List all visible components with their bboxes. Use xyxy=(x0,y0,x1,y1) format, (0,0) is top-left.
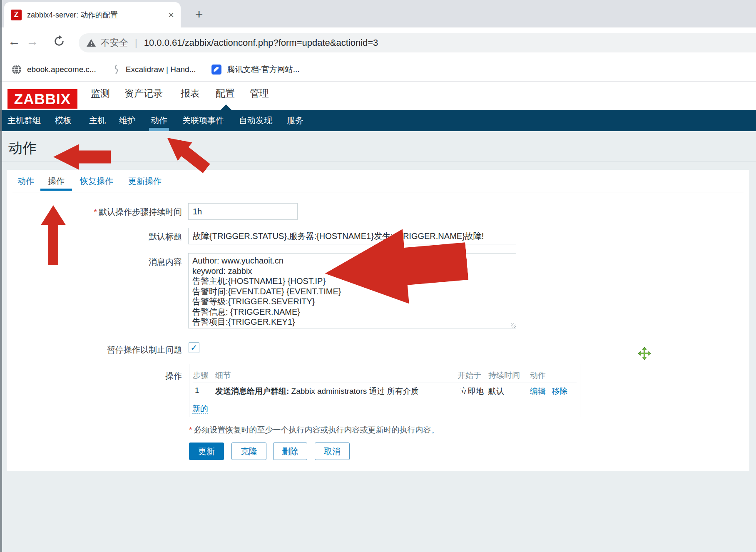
table-divider xyxy=(193,383,577,383)
subnav-event-correlation[interactable]: 关联项事件 xyxy=(182,110,224,131)
bookmarks-bar: ebook.apecome.c... Excalidraw | Hand... … xyxy=(0,58,756,82)
browser-toolbar: ← → 不安全 | 10.0.0.61/zabbix/actionconf.ph… xyxy=(0,27,756,58)
table-divider xyxy=(193,401,577,401)
address-bar[interactable]: 不安全 | 10.0.0.61/zabbix/actionconf.php?fo… xyxy=(79,33,756,52)
operations-table: 步骤 细节 开始于 持续时间 动作 1 发送消息给用户群组: Zabbix ad… xyxy=(189,364,580,417)
zabbix-favicon-icon: Z xyxy=(11,10,22,20)
subnav-templates[interactable]: 模板 xyxy=(55,110,72,131)
globe-icon xyxy=(11,64,22,75)
duration-input[interactable] xyxy=(188,203,298,220)
reload-icon xyxy=(53,35,65,47)
subnav-actions-active-underline xyxy=(149,128,169,131)
tencent-docs-icon xyxy=(211,64,222,75)
remove-link[interactable]: 移除 xyxy=(552,387,567,396)
address-separator: | xyxy=(135,37,137,48)
forward-button[interactable]: → xyxy=(24,32,41,51)
subnav-host-groups[interactable]: 主机群组 xyxy=(7,110,41,131)
col-start-in: 开始于 xyxy=(458,370,481,381)
delete-button[interactable]: 删除 xyxy=(273,443,307,460)
bookmark-excalidraw[interactable]: Excalidraw | Hand... xyxy=(112,64,196,75)
subnav-discovery[interactable]: 自动发现 xyxy=(239,110,272,131)
col-action: 动作 xyxy=(530,370,546,381)
pause-label: 暂停操作以制止问题 xyxy=(36,344,182,356)
subnav-services[interactable]: 服务 xyxy=(287,110,303,131)
new-tab-button[interactable]: + xyxy=(191,6,207,22)
back-button[interactable]: ← xyxy=(6,32,22,51)
col-step: 步骤 xyxy=(193,370,209,381)
required-footnote: *必须设置恢复时的至少一个执行内容或执行内容或更新时的执行内容。 xyxy=(189,425,439,435)
scribble-icon xyxy=(112,64,121,75)
tab-close-icon[interactable]: × xyxy=(168,10,174,20)
action-form-panel: 动作 操作 恢复操作 更新操作 *默认操作步骤持续时间 默认标题 消息内容 Au… xyxy=(7,170,749,471)
required-footnote-text: 必须设置恢复时的至少一个执行内容或执行内容或更新时的执行内容。 xyxy=(194,425,439,434)
new-operation-link[interactable]: 新的 xyxy=(192,403,208,414)
main-nav-administration[interactable]: 管理 xyxy=(250,88,269,99)
zabbix-logo[interactable]: ZABBIX xyxy=(7,89,77,109)
cancel-button[interactable]: 取消 xyxy=(315,443,350,460)
main-nav-reports[interactable]: 报表 xyxy=(181,88,200,99)
required-mark: * xyxy=(94,207,97,216)
window-left-edge xyxy=(0,0,2,552)
url-text: 10.0.0.61/zabbix/actionconf.php?form=upd… xyxy=(144,37,378,48)
pause-checkbox[interactable]: ✓ xyxy=(189,342,199,353)
row-actions: 编辑 移除 xyxy=(530,386,567,397)
not-secure-warning-icon xyxy=(86,38,96,47)
page-title-bar: 动作 xyxy=(0,131,756,162)
tab-action[interactable]: 动作 xyxy=(17,176,34,187)
row-step: 1 xyxy=(195,386,199,395)
operations-label: 操作 xyxy=(36,370,182,382)
subnav-hosts[interactable]: 主机 xyxy=(89,110,106,131)
zabbix-subnav: 主机群组 模板 主机 维护 动作 关联项事件 自动发现 服务 xyxy=(0,110,756,131)
row-details-rest: Zabbix administrators 通过 所有介质 xyxy=(289,387,418,395)
bookmark-tencent-docs[interactable]: 腾讯文档-官方网站... xyxy=(211,64,299,75)
bookmark-label: ebook.apecome.c... xyxy=(27,65,96,74)
clone-button[interactable]: 克隆 xyxy=(231,443,266,460)
page-title: 动作 xyxy=(8,139,37,158)
move-cursor-icon xyxy=(638,347,651,360)
required-mark: * xyxy=(189,425,192,434)
textarea-resize-grip[interactable] xyxy=(511,323,516,328)
tab-update-operations[interactable]: 更新操作 xyxy=(128,176,162,187)
main-nav-configuration[interactable]: 配置 xyxy=(216,88,235,99)
configuration-active-caret xyxy=(221,104,231,110)
tab-recovery-operations[interactable]: 恢复操作 xyxy=(80,176,113,187)
screenshot-root: Z zabbix4-server: 动作的配置 × + ← → 不安全 | xyxy=(0,0,756,552)
row-duration: 默认 xyxy=(488,386,504,397)
bookmark-label: 腾讯文档-官方网站... xyxy=(227,64,299,75)
tab-operations-active-underline xyxy=(40,189,72,191)
row-details: 发送消息给用户群组: Zabbix administrators 通过 所有介质 xyxy=(215,386,419,397)
col-details: 细节 xyxy=(215,370,231,381)
not-secure-label: 不安全 xyxy=(101,37,128,49)
main-nav-inventory[interactable]: 资产记录 xyxy=(124,88,163,99)
tab-operations[interactable]: 操作 xyxy=(48,176,65,187)
tabs-divider xyxy=(12,192,744,192)
subnav-maintenance[interactable]: 维护 xyxy=(119,110,136,131)
reload-button[interactable] xyxy=(51,32,67,51)
col-duration: 持续时间 xyxy=(488,370,520,381)
browser-tab[interactable]: Z zabbix4-server: 动作的配置 × xyxy=(4,2,181,27)
browser-tabstrip: Z zabbix4-server: 动作的配置 × + xyxy=(0,0,756,27)
bookmark-ebook[interactable]: ebook.apecome.c... xyxy=(11,64,96,75)
row-start-in: 立即地 xyxy=(460,386,484,397)
zabbix-header: ZABBIX 监测 资产记录 报表 配置 管理 xyxy=(0,82,756,110)
edit-link[interactable]: 编辑 xyxy=(530,387,546,396)
main-nav-monitoring[interactable]: 监测 xyxy=(91,88,110,99)
row-details-bold: 发送消息给用户群组: xyxy=(215,387,289,395)
duration-label-text: 默认操作步骤持续时间 xyxy=(99,207,182,216)
update-button[interactable]: 更新 xyxy=(189,443,224,460)
tab-title: zabbix4-server: 动作的配置 xyxy=(27,10,165,20)
bookmark-label: Excalidraw | Hand... xyxy=(126,65,196,74)
subject-input[interactable] xyxy=(188,228,516,244)
